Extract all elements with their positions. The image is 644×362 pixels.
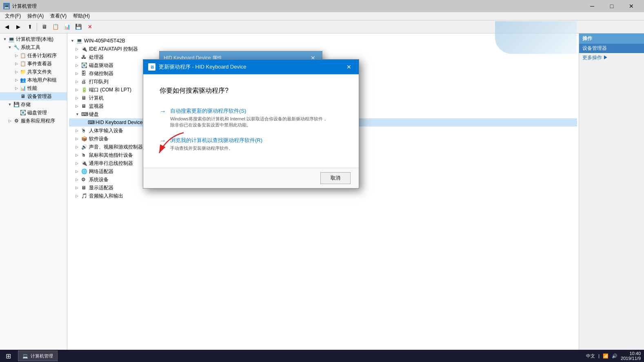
- option2-content: 浏览我的计算机以查找驱动程序软件(R) 手动查找并安装驱动程序软件。: [170, 137, 342, 151]
- root-expand-icon: ▼: [71, 39, 76, 43]
- dev-label: 监视器: [89, 103, 104, 110]
- nav-device-manager[interactable]: 🖥 设备管理器: [0, 92, 67, 100]
- more-actions-label: 更多操作: [582, 55, 602, 60]
- nav-label: 设备管理器: [27, 93, 52, 100]
- update-option-browse[interactable]: → 浏览我的计算机以查找驱动程序软件(R) 手动查找并安装驱动程序软件。: [160, 137, 342, 151]
- storage-icon: 💾: [13, 102, 20, 107]
- properties-button[interactable]: 📋: [50, 22, 61, 32]
- taskbar-app-item[interactable]: 💻 计算机管理: [18, 351, 58, 361]
- right-panel-action: 设备管理器: [579, 44, 644, 53]
- expand-icon: ▷: [76, 63, 81, 67]
- dev-label: 打印队列: [89, 78, 109, 85]
- device-mgr-icon: 🖥: [20, 93, 26, 99]
- expand-icon: ▷: [76, 104, 81, 108]
- nav-label: 存储: [21, 101, 31, 108]
- title-bar-left: 💻 计算机管理: [3, 3, 37, 10]
- dev-label: 软件设备: [89, 135, 109, 142]
- time-display: 10:40: [621, 351, 641, 356]
- expand-icon: ▷: [76, 178, 81, 182]
- nav-system-tools[interactable]: ▼ 🔧 系统工具: [0, 43, 67, 51]
- expand-icon: ▼: [7, 45, 13, 49]
- title-bar-icon: 💻: [3, 3, 10, 9]
- show-hide-button[interactable]: 🖥: [39, 22, 49, 32]
- update-titlebar-icon: 🖥: [148, 63, 155, 71]
- dev-audio-out[interactable]: ▷ 🎵 音频输入和输出: [69, 192, 577, 200]
- nav-services[interactable]: ▷ ⚙ 服务和应用程序: [0, 117, 67, 125]
- nav-label: 磁盘管理: [27, 109, 47, 116]
- up-button[interactable]: ⬆: [24, 22, 35, 32]
- maximize-button[interactable]: □: [602, 0, 621, 12]
- dev-label: 显示适配器: [89, 184, 113, 191]
- expand-icon: ▼: [7, 102, 13, 107]
- expand-icon: ▷: [76, 129, 81, 133]
- toolbar-btn-delete[interactable]: ✕: [84, 22, 95, 32]
- more-actions[interactable]: 更多操作 ▶: [579, 53, 644, 62]
- update-driver-footer: 取消: [143, 168, 359, 188]
- keyboard-icon: ⌨: [81, 111, 88, 117]
- expand-icon: ▷: [76, 88, 81, 92]
- dev-label: 存储控制器: [89, 70, 113, 77]
- menu-help[interactable]: 帮助(H): [70, 12, 93, 20]
- hid-icon: ⌨: [88, 120, 94, 125]
- display-icon: 🖥: [81, 185, 88, 191]
- menu-view[interactable]: 查看(V): [47, 12, 70, 20]
- expand-icon: ▷: [13, 62, 20, 66]
- nav-shared-folders[interactable]: ▷ 📁 共享文件夹: [0, 68, 67, 76]
- usb-icon: 🔌: [81, 160, 88, 166]
- taskbar-apps: 💻 计算机管理: [16, 351, 583, 361]
- taskbar-app-icon: 💻: [22, 353, 28, 359]
- hid-input-icon: 🖱: [81, 128, 88, 133]
- expand-icon: ▷: [13, 78, 20, 82]
- nav-computer-mgmt[interactable]: ▼ 💻 计算机管理(本地): [0, 35, 67, 43]
- toolbar-btn-4[interactable]: 💾: [73, 22, 84, 32]
- nav-local-users[interactable]: ▷ 👥 本地用户和组: [0, 76, 67, 84]
- expand-icon: ▷: [76, 153, 81, 157]
- nav-disk-mgmt[interactable]: 💽 磁盘管理: [0, 109, 67, 117]
- menu-file[interactable]: 文件(F): [2, 12, 24, 20]
- taskbar-separator: |: [598, 353, 600, 358]
- expand-icon: ▷: [76, 137, 81, 141]
- update-driver-close-button[interactable]: ✕: [344, 63, 354, 71]
- nav-storage[interactable]: ▼ 💾 存储: [0, 100, 67, 109]
- dev-ide[interactable]: ▷ 🔌 IDE ATA/ATAPI 控制器: [69, 45, 577, 53]
- nav-performance[interactable]: ▷ 📊 性能: [0, 84, 67, 92]
- dev-label: HID Keyboard Device: [95, 120, 142, 125]
- expand-icon: ▷: [76, 96, 81, 100]
- port-icon: 🔋: [81, 87, 88, 93]
- title-bar-controls: ─ □ ✕: [583, 0, 641, 12]
- comp-icon: 🖥: [81, 95, 88, 101]
- dev-label: 键盘: [89, 111, 99, 118]
- network-icon: 📶: [603, 353, 608, 359]
- dev-label: 声音、视频和游戏控制器: [89, 144, 143, 151]
- expand-icon: ▷: [76, 145, 81, 149]
- nav-label: 计算机管理(本地): [16, 36, 53, 43]
- toolbar-btn-3[interactable]: 📊: [62, 22, 72, 32]
- minimize-button[interactable]: ─: [583, 0, 602, 12]
- dev-label: 鼠标和其他指针设备: [89, 152, 133, 159]
- device-root[interactable]: ▼ 💻 WIN-405P4I5T42B: [69, 37, 577, 45]
- update-titlebar-left: 🖥 更新驱动程序 - HID Keyboard Device: [148, 63, 246, 71]
- forward-button[interactable]: ▶: [13, 22, 24, 32]
- option1-desc1: Windows将搜索你的计算机和 Internet 以获取适合你设备的最新驱动程…: [170, 116, 342, 129]
- nav-task-scheduler[interactable]: ▷ 📋 任务计划程序: [0, 51, 67, 60]
- toolbar: ◀ ▶ ⬆ 🖥 📋 📊 💾 ✕: [0, 20, 644, 33]
- menu-action[interactable]: 操作(A): [24, 12, 47, 20]
- update-option-auto[interactable]: → 自动搜索更新的驱动程序软件(S) Windows将搜索你的计算机和 Inte…: [160, 107, 342, 129]
- ide-icon: 🔌: [81, 46, 88, 52]
- nav-event-viewer[interactable]: ▷ 📋 事件查看器: [0, 60, 67, 68]
- dev-label: 人体学输入设备: [89, 127, 123, 134]
- audio-out-icon: 🎵: [81, 193, 88, 199]
- back-button[interactable]: ◀: [2, 22, 12, 32]
- nav-label: 系统工具: [21, 44, 40, 51]
- start-button[interactable]: ⊞: [0, 350, 16, 362]
- ime-indicator[interactable]: 中文: [586, 353, 595, 359]
- print-icon: 🖨: [81, 79, 88, 84]
- expand-icon: ▷: [76, 80, 81, 84]
- option1-title[interactable]: 自动搜索更新的驱动程序软件(S): [170, 108, 246, 114]
- close-button[interactable]: ✕: [622, 0, 641, 12]
- update-driver-cancel-button[interactable]: 取消: [320, 172, 351, 184]
- option2-title[interactable]: 浏览我的计算机以查找驱动程序软件(R): [170, 137, 262, 143]
- nav-label: 事件查看器: [27, 60, 52, 67]
- taskbar: ⊞ 💻 计算机管理 中文 | 📶 🔊 10:40 2019/11/9: [0, 350, 644, 362]
- disk-icon: 💽: [81, 62, 88, 68]
